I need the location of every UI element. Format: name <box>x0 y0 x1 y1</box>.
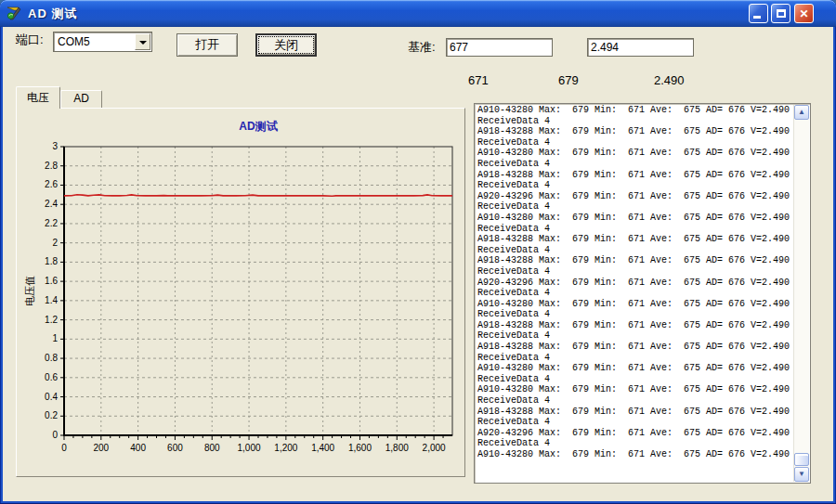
svg-text:1,000: 1,000 <box>238 443 261 453</box>
client-area: 端口: COM5 打开 关闭 基准: 671 679 2.490 电压 AD A… <box>3 27 833 501</box>
svg-text:800: 800 <box>204 443 220 453</box>
voltage-chart: AD测试电压值02004006008001,0001,2001,4001,600… <box>20 111 461 475</box>
baseline-label: 基准: <box>408 39 436 56</box>
svg-text:200: 200 <box>93 443 109 453</box>
svg-text:1.8: 1.8 <box>45 256 58 266</box>
svg-text:AD测试: AD测试 <box>239 120 278 133</box>
svg-text:0.4: 0.4 <box>45 392 58 402</box>
log-scrollbar[interactable]: ▲ ▼ <box>793 105 809 482</box>
log-lines: A910-43280 Max: 679 Min: 671 Ave: 675 AD… <box>477 105 792 482</box>
voltage-tab-page: AD测试电压值02004006008001,0001,2001,4001,600… <box>16 108 465 477</box>
svg-text:2: 2 <box>52 238 58 248</box>
svg-text:3: 3 <box>52 141 58 151</box>
close-icon: ✕ <box>799 7 808 20</box>
svg-text:1,400: 1,400 <box>311 443 334 453</box>
log-panel[interactable]: A910-43280 Max: 679 Min: 671 Ave: 675 AD… <box>474 103 811 484</box>
svg-text:电压值: 电压值 <box>24 276 35 306</box>
baseline-ad-input[interactable] <box>446 38 553 57</box>
app-window: AD 测试 ✕ 端口: COM5 打开 关闭 基准: 671 679 2.490… <box>0 0 836 504</box>
scroll-down-button[interactable]: ▼ <box>794 467 809 482</box>
svg-text:2,000: 2,000 <box>423 443 446 453</box>
scroll-up-button[interactable]: ▲ <box>794 105 809 120</box>
svg-text:0: 0 <box>52 430 58 440</box>
scrollbar-thumb[interactable] <box>794 453 809 466</box>
svg-text:1,800: 1,800 <box>385 443 409 453</box>
svg-text:1,600: 1,600 <box>348 443 372 453</box>
open-button[interactable]: 打开 <box>176 33 238 57</box>
svg-text:2.2: 2.2 <box>45 218 58 228</box>
window-title: AD 测试 <box>28 6 77 22</box>
maximize-icon <box>777 9 786 18</box>
port-combobox-value: COM5 <box>58 35 90 48</box>
svg-text:1.4: 1.4 <box>45 295 58 305</box>
tab-ad[interactable]: AD <box>60 90 102 108</box>
svg-text:600: 600 <box>167 443 183 453</box>
chevron-down-icon <box>139 41 147 45</box>
minimize-icon <box>753 16 761 19</box>
maximize-button[interactable] <box>771 4 790 23</box>
svg-text:0.6: 0.6 <box>45 372 58 382</box>
svg-text:2.6: 2.6 <box>45 179 58 189</box>
focus-rect <box>259 37 313 53</box>
svg-text:2.8: 2.8 <box>45 161 58 171</box>
svg-text:0: 0 <box>61 443 67 453</box>
port-combobox-dropdown-button[interactable] <box>135 33 150 50</box>
app-icon <box>7 6 22 21</box>
svg-text:1,200: 1,200 <box>274 443 297 453</box>
titlebar[interactable]: AD 测试 ✕ <box>0 0 836 27</box>
svg-text:1: 1 <box>52 333 58 343</box>
close-button[interactable]: 关闭 <box>255 33 317 57</box>
readout-voltage: 2.490 <box>654 73 685 87</box>
svg-text:400: 400 <box>130 443 146 453</box>
baseline-voltage-input[interactable] <box>587 38 694 57</box>
readout-min: 671 <box>468 73 489 87</box>
port-label: 端口: <box>16 32 44 48</box>
readout-max: 679 <box>558 73 579 87</box>
close-window-button[interactable]: ✕ <box>794 4 814 23</box>
svg-text:1.2: 1.2 <box>45 315 58 325</box>
minimize-button[interactable] <box>749 4 768 23</box>
port-combobox[interactable]: COM5 <box>53 32 152 52</box>
tab-voltage[interactable]: 电压 <box>16 86 60 109</box>
svg-text:2.4: 2.4 <box>45 199 58 209</box>
svg-text:1.6: 1.6 <box>45 276 58 286</box>
svg-text:0.8: 0.8 <box>45 353 58 363</box>
svg-text:0.2: 0.2 <box>45 410 58 420</box>
